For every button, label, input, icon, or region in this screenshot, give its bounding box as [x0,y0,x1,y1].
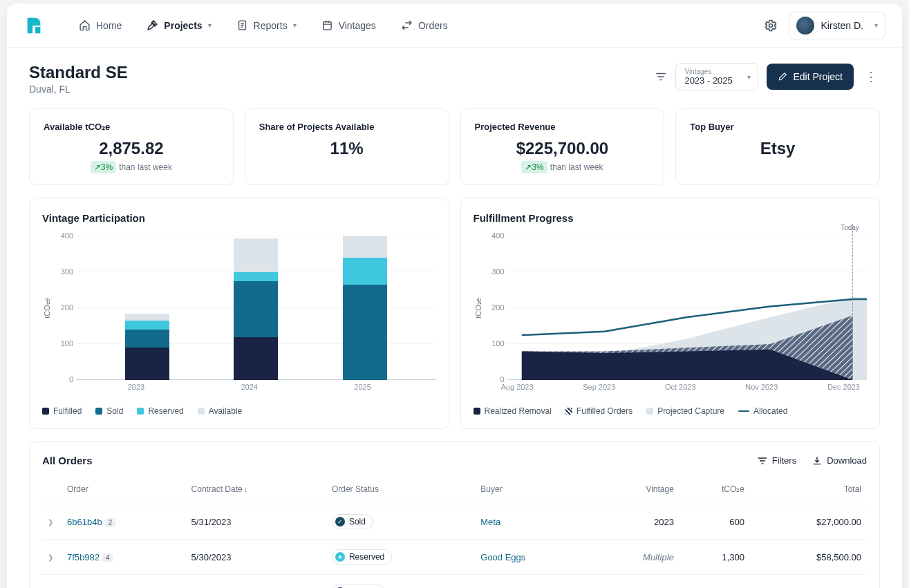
status-badge: ●Reserved [332,549,392,565]
today-label: Today [841,224,859,231]
kpi-share: Share of Projects Available 11% [245,108,449,185]
user-name: Kirsten D. [821,20,863,31]
col-order-status[interactable]: Order Status [326,475,475,504]
chart-vintage-legend: Fulfilled Sold Reserved Available [42,406,436,416]
nav-home[interactable]: Home [69,14,131,37]
kpi-revenue-delta: ↗3%than last week [475,162,650,172]
col-order[interactable]: Order [62,475,186,504]
nav-orders[interactable]: Orders [391,14,458,37]
page-title: Standard SE [29,63,128,82]
col-tco2e[interactable]: tCO₂e [680,475,750,504]
chevron-down-icon: ▾ [874,21,878,29]
chart-fulfillment-plot: 0100200300400 Today [507,236,868,380]
filters-button[interactable]: Filters [757,455,796,466]
nav-reports-label: Reports [254,20,288,31]
top-nav: Home Projects ▾ Reports ▾ Vintages Order… [7,3,902,48]
expand-row-button[interactable]: ❯ [42,504,62,540]
kpi-available: Available tCO₂e 2,875.82 ↗3%than last we… [29,108,234,185]
sort-desc-icon: ↓ [244,485,248,493]
chart-vintage-xlabels: 202320242025 [63,383,436,391]
vintages-select[interactable]: Vintages 2023 - 2025 [675,63,758,91]
more-menu-button[interactable]: ⋮ [862,69,880,84]
kpi-top-buyer-value: Etsy [690,139,865,158]
vintages-select-label: Vintages [684,68,733,75]
chart-fulfillment-title: Fulfillment Progress [474,212,868,224]
avatar [796,17,814,35]
chart-fulfillment-ylabel: tCO₂e [474,298,482,319]
table-row[interactable]: 35f61125/27/2023➤FulfilledGoogle2023150$… [42,575,867,589]
orders-table-card: All Orders Filters Download O [29,442,880,588]
filter-icon[interactable] [655,70,667,83]
order-link[interactable]: 7f5b982 [67,552,100,562]
settings-button[interactable] [764,19,778,32]
buyer-link[interactable]: Good Eggs [480,552,525,562]
nav-projects[interactable]: Projects ▾ [137,14,221,37]
nav-vintages-label: Vintages [339,20,376,31]
nav-home-label: Home [96,20,122,31]
table-row[interactable]: ❯7f5b98245/30/2023●ReservedGood EggsMult… [42,540,867,575]
chart-fulfillment-progress: Fulfillment Progress tCO₂e 0100200300400… [460,198,881,429]
kpi-top-buyer-label: Top Buyer [690,122,865,132]
bar-2025 [343,236,387,380]
nav-orders-label: Orders [418,20,448,31]
nav-reports[interactable]: Reports ▾ [227,14,306,37]
expand-row-button[interactable]: ❯ [42,540,62,575]
download-icon [812,455,823,466]
filter-icon [757,455,768,466]
chart-fulfillment-legend: Realized Removal Fulfilled Orders Projec… [474,406,868,416]
nav-projects-label: Projects [164,20,202,31]
chart-vintage-ylabel: tCO₂e [42,298,51,319]
status-badge: ✓Sold [332,514,373,529]
bar-2024 [234,238,278,380]
kpi-top-buyer: Top Buyer Etsy [675,108,880,185]
bar-2023 [125,314,169,380]
chart-vintage-plot: 0100200300400 [76,236,436,380]
kpi-available-delta: ↗3%than last week [44,162,219,172]
chart-fulfillment-xlabels: Aug 2023Sep 2023Oct 2023Nov 2023Dec 2023 [494,383,868,391]
svg-rect-1 [323,22,330,30]
orders-table: Order Contract Date↓ Order Status Buyer … [42,475,867,588]
edit-project-button[interactable]: Edit Project [767,64,854,90]
chevron-down-icon: ▾ [293,21,297,29]
nav-vintages[interactable]: Vintages [312,14,386,37]
kpi-available-label: Available tCO₂e [44,122,219,132]
edit-project-label: Edit Project [793,71,843,82]
kpi-share-value: 11% [259,139,435,158]
download-button[interactable]: Download [812,455,867,466]
status-badge: ➤Fulfilled [332,585,385,588]
kpi-available-value: 2,875.82 [44,139,219,158]
col-vintage[interactable]: Vintage [592,475,680,504]
user-menu[interactable]: Kirsten D. ▾ [789,12,885,39]
order-link[interactable]: 6b61b4b [67,517,102,527]
svg-point-2 [769,23,772,27]
vintages-select-value: 2023 - 2025 [684,75,733,86]
logo [24,15,44,36]
kpi-share-label: Share of Projects Available [259,122,435,132]
pencil-icon [778,72,787,82]
kpi-revenue-label: Projected Revenue [475,122,650,132]
chart-vintage-title: Vintage Participation [42,212,436,224]
col-buyer[interactable]: Buyer [475,475,592,504]
kpi-revenue: Projected Revenue $225,700.00 ↗3%than la… [460,108,665,185]
page-subtitle: Duval, FL [29,84,128,95]
table-row[interactable]: ❯6b61b4b25/31/2023✓SoldMeta2023600$27,00… [42,504,867,540]
col-contract-date[interactable]: Contract Date↓ [186,475,326,504]
chevron-down-icon: ▾ [208,21,212,29]
chart-vintage-participation: Vintage Participation tCO₂e 010020030040… [29,198,449,429]
buyer-link[interactable]: Meta [480,517,500,527]
col-total[interactable]: Total [750,475,867,504]
kpi-revenue-value: $225,700.00 [475,139,650,158]
orders-table-title: All Orders [42,455,93,466]
